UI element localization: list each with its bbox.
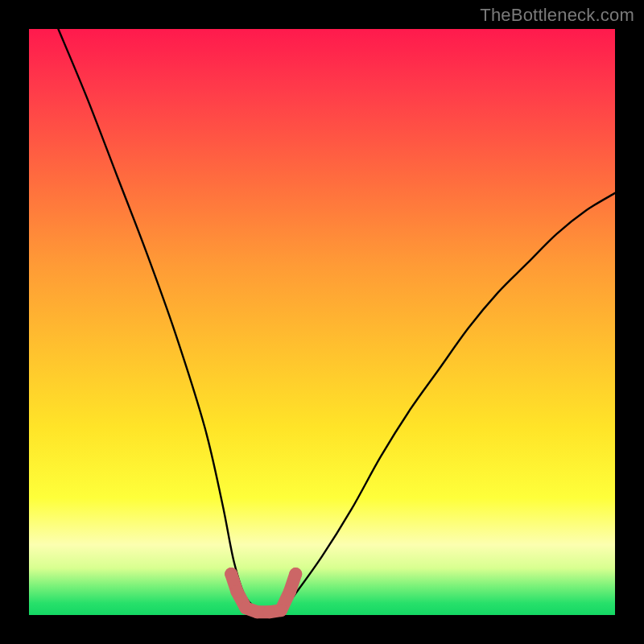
main-curve (58, 29, 615, 614)
trough-marker-dot (239, 601, 252, 614)
chart-frame: TheBottleneck.com (0, 0, 644, 644)
trough-marker-dot (225, 568, 237, 580)
trough-marker (225, 568, 302, 618)
trough-marker-dot (275, 604, 287, 617)
watermark-text: TheBottleneck.com (480, 5, 634, 26)
trough-marker-dot (262, 605, 275, 618)
curve-layer (29, 29, 615, 615)
trough-marker-dot (289, 568, 302, 580)
trough-marker-dot (230, 585, 243, 598)
plot-area (29, 29, 615, 615)
trough-marker-dot (251, 605, 264, 618)
trough-marker-dot (283, 585, 296, 598)
